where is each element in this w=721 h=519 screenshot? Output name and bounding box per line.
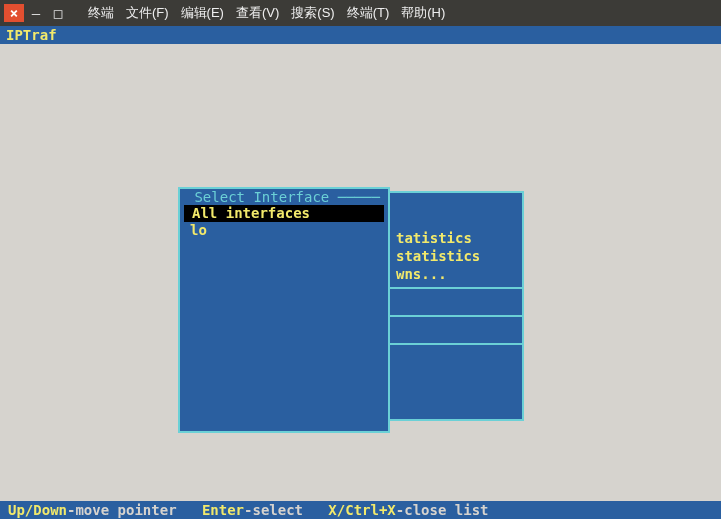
key-desc: -select	[244, 502, 303, 518]
menu-help[interactable]: 帮助(H)	[399, 2, 447, 24]
menu-edit[interactable]: 编辑(E)	[179, 2, 226, 24]
maximize-icon[interactable]: □	[48, 4, 68, 22]
menu-terminal[interactable]: 终端(T)	[345, 2, 392, 24]
menu-terminal-app[interactable]: 终端	[86, 2, 116, 24]
key-hint: Enter	[202, 502, 244, 518]
terminal-surface: IPTraf tatistics statistics wns... Selec…	[0, 26, 721, 519]
menu-line[interactable]: wns...	[396, 265, 516, 283]
select-interface-dialog: Select Interface ───── All interfaces lo	[178, 187, 390, 433]
menubar: 终端 文件(F) 编辑(E) 查看(V) 搜索(S) 终端(T) 帮助(H)	[86, 2, 447, 24]
minimize-glyph: —	[32, 5, 40, 21]
main-menu-partial: tatistics statistics wns...	[388, 191, 524, 421]
menu-line-empty	[396, 293, 516, 311]
key-desc: -move pointer	[67, 502, 177, 518]
maximize-glyph: □	[54, 5, 62, 21]
terminal-body: tatistics statistics wns... Select Inter…	[0, 44, 721, 501]
menu-view[interactable]: 查看(V)	[234, 2, 281, 24]
menu-separator	[390, 343, 522, 345]
key-hint: X/Ctrl+X	[328, 502, 395, 518]
menu-line[interactable]: tatistics	[396, 229, 516, 247]
app-title: IPTraf	[0, 26, 721, 44]
menu-separator	[390, 315, 522, 317]
interface-list[interactable]: All interfaces lo	[180, 205, 388, 239]
menu-separator	[390, 287, 522, 289]
menu-line[interactable]: statistics	[396, 247, 516, 265]
window-titlebar: × — □ 终端 文件(F) 编辑(E) 查看(V) 搜索(S) 终端(T) 帮…	[0, 0, 721, 26]
minimize-icon[interactable]: —	[26, 4, 46, 22]
interface-item-lo[interactable]: lo	[182, 222, 386, 239]
close-glyph: ×	[10, 5, 18, 21]
menu-file[interactable]: 文件(F)	[124, 2, 171, 24]
interface-item-all[interactable]: All interfaces	[184, 205, 384, 222]
key-desc: -close list	[396, 502, 489, 518]
menu-search[interactable]: 搜索(S)	[289, 2, 336, 24]
status-bar: Up/Down-move pointer Enter-select X/Ctrl…	[0, 501, 721, 519]
menu-line-empty	[396, 321, 516, 339]
dialog-title: Select Interface ─────	[180, 189, 388, 205]
key-hint: Up/Down	[8, 502, 67, 518]
close-icon[interactable]: ×	[4, 4, 24, 22]
